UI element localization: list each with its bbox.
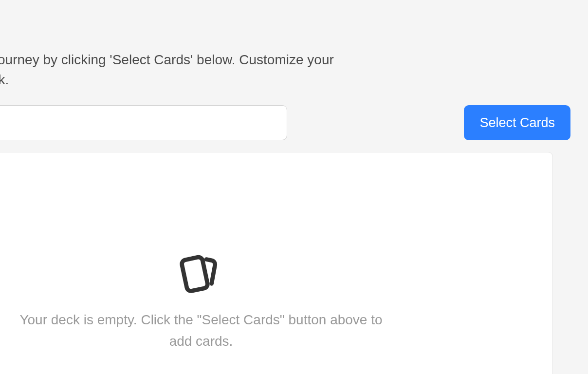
cards-icon: [176, 250, 226, 300]
deck-name-input[interactable]: [0, 105, 287, 140]
spacer: [297, 105, 454, 140]
subtitle-line-2: 0 powerful cards per deck.: [0, 72, 9, 87]
svg-rect-0: [181, 257, 208, 292]
page-subtitle: dream deck? Start your journey by clicki…: [0, 50, 570, 90]
select-cards-button[interactable]: Select Cards: [464, 105, 570, 140]
subtitle-line-1: dream deck? Start your journey by clicki…: [0, 52, 334, 67]
page-title: er Tool: [0, 14, 570, 46]
empty-deck-message: Your deck is empty. Click the "Select Ca…: [16, 309, 386, 352]
controls-row: Select Cards: [0, 105, 570, 140]
deck-panel: Your deck is empty. Click the "Select Ca…: [0, 152, 553, 374]
